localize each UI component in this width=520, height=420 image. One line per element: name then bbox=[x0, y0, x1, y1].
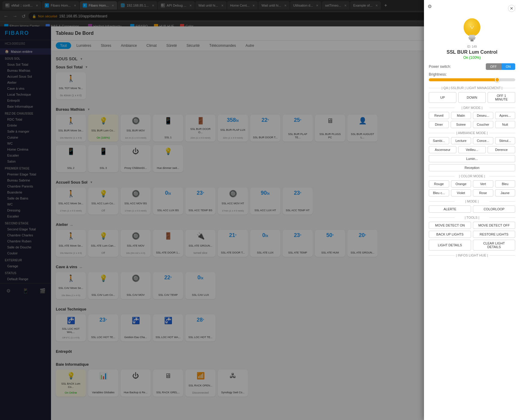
modal-device-id: ID: 149 bbox=[467, 45, 477, 48]
nuit-button[interactable]: Nuit bbox=[495, 121, 515, 128]
btn-row-colors2: Bleu c... Violet Rose Jaune bbox=[429, 189, 515, 196]
derence-button[interactable]: Derence bbox=[488, 146, 515, 153]
bleu-c-button[interactable]: Bleu c... bbox=[429, 189, 449, 196]
ambiance-divider: | AMBIANCE MODE | bbox=[429, 131, 515, 135]
modal-overlay[interactable]: ⚙ ✕ bbox=[0, 0, 520, 420]
move-detect-off-button[interactable]: MOVE DETECT OFF bbox=[473, 222, 515, 229]
day-mode-divider: | DAY MODE | bbox=[429, 106, 515, 110]
slider-thumb bbox=[495, 77, 500, 82]
off1min-button[interactable]: OFF 1 MINUTE bbox=[488, 92, 515, 103]
coucher-button[interactable]: Coucher bbox=[473, 121, 493, 128]
clear-light-details-button[interactable]: CLEAR LIGHT DETAILS bbox=[473, 240, 515, 250]
modal-gear-icon[interactable]: ⚙ bbox=[428, 4, 432, 9]
btn-row-ambiance2: Ascenseur Veilleu... Derence Lumin... bbox=[429, 146, 515, 162]
modal-panel: ⚙ ✕ bbox=[424, 0, 520, 420]
tools-divider: | TOOLS | bbox=[429, 216, 515, 219]
reveil-button[interactable]: Reveil bbox=[429, 112, 449, 119]
light-details-button[interactable]: LIGHT DETAILS bbox=[429, 240, 471, 250]
btn-row-colors1: Rouge Orange Vert Bleu bbox=[429, 180, 515, 188]
toggle-group-power: OFF ON bbox=[486, 63, 515, 70]
conce-button[interactable]: Conce... bbox=[473, 137, 493, 144]
veilleu-button[interactable]: Veilleu... bbox=[458, 146, 486, 153]
brightness-slider[interactable] bbox=[429, 78, 515, 81]
colorloop-button[interactable]: COLORLOOP bbox=[473, 206, 515, 213]
svg-rect-4 bbox=[469, 38, 475, 40]
restore-lights-button[interactable]: RESTORE LIGHTS bbox=[473, 231, 515, 238]
up-button[interactable]: UP bbox=[429, 92, 456, 103]
btn-row-reception: Reception bbox=[429, 164, 515, 171]
sambi-button[interactable]: Sambi... bbox=[429, 137, 449, 144]
modal-header: ✕ bbox=[429, 5, 515, 12]
apres-button[interactable]: Apres... bbox=[495, 112, 515, 119]
diner-button[interactable]: Diner bbox=[429, 121, 449, 128]
power-switch-label: Power switch: bbox=[429, 64, 451, 69]
down-button[interactable]: DOWN bbox=[458, 92, 486, 103]
rouge-button[interactable]: Rouge bbox=[429, 180, 449, 188]
rose-button[interactable]: Rose bbox=[473, 189, 493, 196]
btn-row-daymode1: Reveil Matin Deseu... Apres... bbox=[429, 112, 515, 119]
modal-device-image: ID: 149 SSL BUR Lum Control On (100%) bbox=[429, 17, 515, 60]
move-detect-on-button[interactable]: MOVE DETECT ON bbox=[429, 222, 471, 229]
brightness-label: Brightness: bbox=[429, 72, 515, 76]
lumin-button[interactable]: Lumin... bbox=[429, 155, 515, 162]
jaune-button[interactable]: Jaune bbox=[495, 189, 515, 196]
mode-divider: | MODE | bbox=[429, 200, 515, 203]
svg-point-1 bbox=[464, 18, 480, 36]
btn-row-ambiance1: Sambi... Lecture Conce... Stimul... bbox=[429, 137, 515, 144]
orange-button[interactable]: Orange bbox=[451, 180, 471, 188]
svg-rect-2 bbox=[469, 35, 475, 37]
btn-row-tools1: MOVE DETECT ON MOVE DETECT OFF bbox=[429, 222, 515, 229]
soiree-button[interactable]: Soiree bbox=[451, 121, 471, 128]
btn-row-tools3: LIGHT DETAILS CLEAR LIGHT DETAILS bbox=[429, 240, 515, 250]
svg-rect-5 bbox=[470, 40, 473, 41]
power-off-button[interactable]: OFF bbox=[486, 63, 501, 70]
alerte-button[interactable]: ALERTE bbox=[429, 206, 471, 213]
power-on-button[interactable]: ON bbox=[501, 63, 515, 70]
tags-divider: | QA | SSLBUR | LIGHT MANAGEMENT | bbox=[429, 86, 515, 90]
bleu-button[interactable]: Bleu bbox=[495, 180, 515, 188]
modal-power-row: Power switch: OFF ON bbox=[429, 63, 515, 70]
matin-button[interactable]: Matin bbox=[451, 112, 471, 119]
lecture-button[interactable]: Lecture bbox=[451, 137, 471, 144]
btn-row-tools2: BACK UP LIGHTS RESTORE LIGHTS bbox=[429, 231, 515, 238]
vert-button[interactable]: Vert bbox=[473, 180, 493, 188]
backup-lights-button[interactable]: BACK UP LIGHTS bbox=[429, 231, 471, 238]
app-container: FIBARO HC3-00001092 🏠 Maison entière SOU… bbox=[0, 26, 520, 420]
modal-device-status: On (100%) bbox=[463, 56, 481, 60]
modal-device-name: SSL BUR Lum Control bbox=[446, 50, 497, 55]
modal-close-button[interactable]: ✕ bbox=[508, 5, 515, 12]
btn-row-mode: ALERTE COLORLOOP bbox=[429, 206, 515, 213]
violet-button[interactable]: Violet bbox=[451, 189, 471, 196]
btn-row-daymode2: Diner Soiree Coucher Nuit bbox=[429, 121, 515, 128]
svg-rect-3 bbox=[468, 37, 476, 38]
deseu-button[interactable]: Deseu... bbox=[473, 112, 493, 119]
infos-divider: | INFOS LIGHT HUE | bbox=[429, 254, 515, 257]
reception-button[interactable]: Reception bbox=[429, 164, 515, 171]
bulb-svg bbox=[460, 17, 484, 44]
btn-row-updown: UP DOWN OFF 1 MINUTE bbox=[429, 92, 515, 103]
ascenseur-button[interactable]: Ascenseur bbox=[429, 146, 456, 153]
modal-brightness-section: Brightness: bbox=[429, 72, 515, 81]
color-mode-divider: | COLOR MODE | bbox=[429, 174, 515, 178]
stimul-button[interactable]: Stimul... bbox=[495, 137, 515, 144]
